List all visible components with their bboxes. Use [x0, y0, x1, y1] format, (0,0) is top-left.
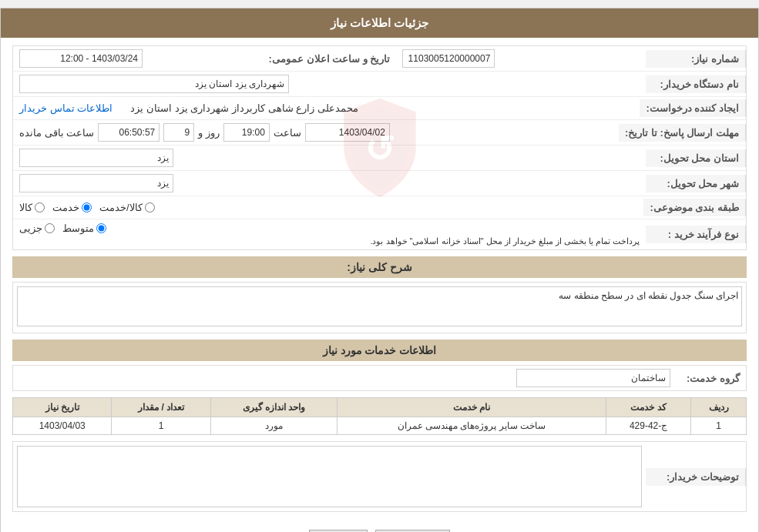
radio-kala-label: کالا: [19, 202, 32, 213]
buyer-org-value: [13, 72, 646, 96]
need-number-input[interactable]: [402, 49, 495, 68]
time-label: ساعت: [274, 127, 301, 139]
col-date: تاریخ نیاز: [13, 398, 112, 417]
buyer-org-label: نام دستگاه خریدار:: [646, 75, 746, 93]
cell-code: ج-42-429: [606, 417, 691, 435]
need-description-section: اجرای سنگ جدول نقطه ای در سطح منطقه سه: [12, 282, 747, 333]
radio-kala-khedmat[interactable]: کالا/خدمت: [99, 202, 155, 213]
purchase-note: پرداخت تمام یا بخشی از مبلغ خریدار از مح…: [19, 236, 640, 246]
category-label: طبقه بندی موضوعی:: [643, 199, 746, 216]
radio-khedmat[interactable]: خدمت: [52, 202, 92, 213]
requester-value: محمدعلی زارع شاهی کاربرداز شهرداری یزد ا…: [13, 99, 640, 117]
days-input[interactable]: [163, 123, 194, 142]
buyer-notes-value: [13, 442, 646, 511]
buyer-org-input[interactable]: [19, 75, 289, 93]
page-header: جزئیات اطلاعات نیاز: [1, 8, 758, 38]
service-table: ردیف کد خدمت نام خدمت واحد اندازه گیری ت…: [12, 397, 747, 435]
response-date-input[interactable]: [305, 123, 390, 142]
purchase-type-row: نوع فرآیند خرید : متوسط جزیی پرداخت تمام…: [13, 219, 746, 249]
response-deadline-label: مهلت ارسال پاسخ: تا تاریخ:: [619, 124, 746, 142]
buttons-row: بازگشت چاپ: [12, 518, 747, 532]
radio-jozei[interactable]: جزیی: [19, 223, 55, 234]
service-group-section: گروه خدمت:: [12, 365, 747, 391]
service-group-label: گروه خدمت:: [678, 373, 740, 384]
radio-kala[interactable]: کالا: [19, 202, 45, 213]
requester-label: ایجاد کننده درخواست:: [640, 99, 746, 117]
radio-motavaset[interactable]: متوسط: [62, 223, 106, 234]
hours-input[interactable]: [98, 123, 160, 142]
service-table-section: ردیف کد خدمت نام خدمت واحد اندازه گیری ت…: [12, 397, 747, 435]
table-row: 1 ج-42-429 ساخت سایر پروژه‌های مهندسی عم…: [13, 417, 747, 435]
buyer-notes-textarea[interactable]: [17, 446, 642, 507]
col-name: نام خدمت: [338, 398, 606, 417]
requester-name: محمدعلی زارع شاهی کاربرداز شهرداری یزد ا…: [130, 102, 358, 114]
table-header-row: ردیف کد خدمت نام خدمت واحد اندازه گیری ت…: [13, 398, 747, 417]
response-time-input[interactable]: [223, 123, 270, 142]
delivery-city-value: [13, 171, 646, 196]
service-group-row: گروه خدمت:: [13, 366, 746, 390]
col-row: ردیف: [691, 398, 747, 417]
cell-name: ساخت سایر پروژه‌های مهندسی عمران: [338, 417, 606, 435]
radio-khedmat-label: خدمت: [52, 202, 79, 213]
purchase-type-radio-group: متوسط جزیی: [19, 223, 106, 234]
category-row: طبقه بندی موضوعی: کالا/خدمت خدمت: [13, 196, 746, 219]
delivery-city-input[interactable]: [19, 174, 173, 192]
response-deadline-value: ساعت روز و ساعت باقی مانده: [13, 120, 619, 145]
radio-khedmat-input[interactable]: [82, 202, 92, 212]
delivery-province-value: [13, 146, 646, 170]
col-code: کد خدمت: [606, 398, 691, 417]
need-number-row: شماره نیاز: تاریخ و ساعت اعلان عمومی:: [13, 46, 746, 72]
content-area: ↺ شماره نیاز: تاریخ و ساعت اعلان عمومی: …: [1, 38, 758, 532]
category-value: کالا/خدمت خدمت کالا: [13, 199, 643, 216]
service-info-section-title: اطلاعات خدمات مورد نیاز: [12, 340, 747, 361]
announcement-date-input[interactable]: [19, 49, 143, 68]
announcement-date-label: تاریخ و ساعت اعلان عمومی:: [263, 50, 397, 68]
response-deadline-row: مهلت ارسال پاسخ: تا تاریخ: ساعت روز و سا…: [13, 120, 746, 146]
main-container: جزئیات اطلاعات نیاز ↺ شماره نیاز: تاریخ …: [0, 8, 759, 532]
need-description-section-title: شرح کلی نیاز:: [12, 256, 747, 278]
contact-link[interactable]: اطلاعات تماس خریدار: [19, 102, 113, 114]
radio-motavaset-label: متوسط: [62, 223, 94, 234]
buyer-org-row: نام دستگاه خریدار:: [13, 72, 746, 97]
cell-count: 1: [112, 417, 210, 435]
need-number-value: [396, 46, 646, 71]
cell-date: 1403/04/03: [13, 417, 112, 435]
service-group-input[interactable]: [516, 369, 670, 387]
radio-jozei-label: جزیی: [19, 223, 42, 234]
buyer-notes-row: توضیحات خریدار:: [13, 442, 746, 511]
radio-jozei-input[interactable]: [45, 223, 55, 233]
page-title: جزئیات اطلاعات نیاز: [331, 16, 428, 29]
cell-unit: مورد: [210, 417, 337, 435]
remaining-label: ساعت باقی مانده: [19, 127, 94, 139]
buyer-notes-section: توضیحات خریدار:: [12, 441, 747, 512]
purchase-type-label: نوع فرآیند خرید :: [646, 226, 746, 243]
delivery-province-row: استان محل تحویل:: [13, 146, 746, 171]
radio-kala-input[interactable]: [35, 202, 45, 212]
radio-kala-khedmat-input[interactable]: [145, 202, 155, 212]
main-form-section: ↺ شماره نیاز: تاریخ و ساعت اعلان عمومی: …: [12, 45, 747, 250]
cell-row: 1: [691, 417, 747, 435]
col-count: تعداد / مقدار: [112, 398, 210, 417]
delivery-province-label: استان محل تحویل:: [646, 149, 746, 167]
buyer-notes-label: توضیحات خریدار:: [646, 468, 746, 486]
days-label: روز و: [198, 127, 220, 139]
need-number-label: شماره نیاز:: [646, 50, 746, 68]
category-radio-group: کالا/خدمت خدمت کالا: [19, 202, 155, 213]
delivery-city-label: شهر محل تحویل:: [646, 175, 746, 192]
radio-motavaset-input[interactable]: [96, 223, 106, 233]
col-unit: واحد اندازه گیری: [210, 398, 337, 417]
delivery-city-row: شهر محل تحویل:: [13, 171, 746, 196]
delivery-province-input[interactable]: [19, 149, 173, 167]
requester-row: ایجاد کننده درخواست: محمدعلی زارع شاهی ک…: [13, 97, 746, 120]
need-description-textarea[interactable]: اجرای سنگ جدول نقطه ای در سطح منطقه سه: [17, 286, 742, 326]
radio-kala-khedmat-label: کالا/خدمت: [99, 202, 143, 213]
announcement-date-value: [13, 46, 263, 71]
purchase-type-value: متوسط جزیی پرداخت تمام یا بخشی از مبلغ خ…: [13, 219, 646, 249]
